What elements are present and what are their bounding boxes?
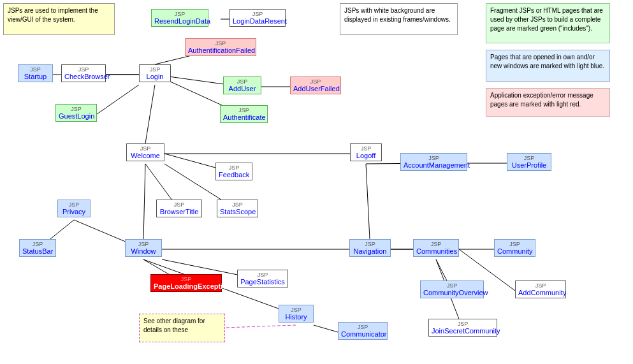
node-authentificationfailed: JSP AuthentificationFailed — [185, 38, 256, 56]
svg-line-23 — [225, 325, 296, 328]
node-statsscope: JSP StatsScope — [217, 200, 258, 217]
node-addcommunity: JSP AddCommunity — [515, 280, 566, 298]
node-adduser: JSP AddUser — [223, 76, 261, 94]
node-communityoverview: JSP CommunityOverview — [420, 280, 484, 298]
node-privacy: JSP Privacy — [57, 200, 91, 217]
node-accountmanagement: JSP AccountManagement — [400, 153, 467, 171]
diagram-container: JSPs are used to implement the view/GUI … — [0, 0, 633, 364]
node-guestlogin: JSP GuestLogin — [55, 104, 97, 122]
node-resendlogindata: JSP ResendLoginData — [151, 9, 208, 27]
node-community: JSP Community — [494, 239, 535, 257]
node-communities: JSP Communities — [413, 239, 459, 257]
node-userprofile: JSP UserProfile — [507, 153, 551, 171]
svg-line-30 — [314, 325, 338, 332]
node-checkbrowser: JSP CheckBrowser — [61, 64, 106, 82]
node-logindataresent: JSP LoginDataResent — [229, 9, 286, 27]
node-browsertitle: JSP BrowserTitle — [156, 200, 202, 217]
svg-line-28 — [97, 85, 139, 114]
legend-blue: Pages that are opened in own and/or new … — [486, 50, 610, 82]
node-communicator: JSP Communicator — [338, 322, 388, 340]
node-login: JSP Login — [139, 64, 171, 82]
node-authentificate: JSP Authentificate — [220, 105, 268, 123]
node-adduserfailed: JSP AddUserFailed — [290, 76, 341, 94]
legend-white: JSPs with white background are displayed… — [340, 3, 458, 35]
node-pagestatistics: JSP PageStatistics — [237, 270, 288, 288]
node-welcome: JSP Welcome — [126, 143, 164, 161]
note-other-diagram: See other diagram for details on these — [139, 314, 225, 342]
node-window: JSP Window — [125, 239, 162, 257]
node-startup: JSP Startup — [18, 64, 53, 82]
node-logoff: JSP Logoff — [350, 143, 382, 161]
legend-green: Fragment JSPs or HTML pages that are use… — [486, 3, 610, 43]
legend-pink: Application exception/error message page… — [486, 88, 610, 117]
node-pageloadingexception: JSP PageLoadingException — [150, 274, 222, 292]
node-navigation: JSP Navigation — [349, 239, 391, 257]
node-feedback: JSP Feedback — [215, 163, 252, 180]
svg-line-11 — [143, 164, 145, 239]
node-statusbar: JSP StatusBar — [19, 239, 56, 257]
node-joinsecretcommunity: JSP JoinSecretCommunity — [428, 319, 497, 337]
svg-line-6 — [145, 85, 155, 143]
legend-yellow: JSPs are used to implement the view/GUI … — [3, 3, 115, 35]
svg-line-14 — [366, 164, 370, 239]
node-history: JSP History — [279, 305, 314, 323]
